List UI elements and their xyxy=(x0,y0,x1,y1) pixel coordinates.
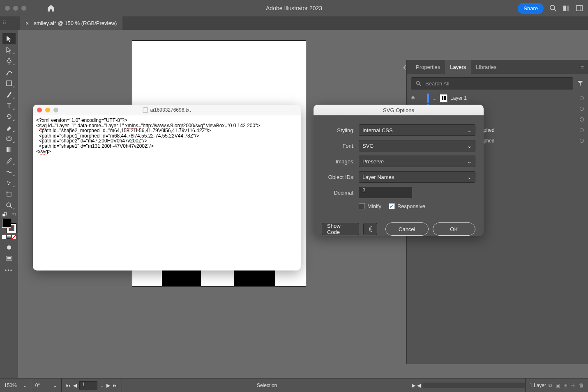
artboard-tool[interactable] xyxy=(2,188,16,199)
images-select[interactable]: Preserve⌄ xyxy=(359,156,475,167)
ok-button[interactable]: OK xyxy=(433,222,476,236)
zoom-tool[interactable] xyxy=(2,199,16,211)
selection-tool[interactable] xyxy=(2,33,16,44)
maximize-window-icon[interactable] xyxy=(53,108,58,112)
font-label: Font: xyxy=(322,143,355,149)
delete-icon[interactable]: 🗑 xyxy=(579,383,584,388)
svg-point-19 xyxy=(7,203,11,207)
svg-point-26 xyxy=(416,81,420,85)
default-fill-stroke-icon[interactable] xyxy=(2,212,7,217)
show-code-button[interactable]: Show Code xyxy=(322,223,359,235)
curvature-tool[interactable] xyxy=(2,66,16,78)
titlebar: Adobe Illustrator 2023 Share xyxy=(0,0,588,16)
expand-layer-icon[interactable]: ⌄ xyxy=(431,95,437,101)
svg-line-1 xyxy=(554,9,556,11)
scroll-left-icon[interactable]: ▶ xyxy=(412,383,415,388)
blend-tool[interactable] xyxy=(2,166,16,177)
minimize-window-icon[interactable] xyxy=(13,6,18,11)
collapse-panel-icon[interactable] xyxy=(403,65,406,71)
new-layer-icon[interactable]: 🞡 xyxy=(571,383,576,388)
screen-mode-icon[interactable] xyxy=(2,253,16,264)
type-tool[interactable]: T xyxy=(2,100,16,111)
svg-point-15 xyxy=(8,183,9,185)
draw-normal-icon[interactable] xyxy=(2,242,16,253)
none-mode-icon[interactable] xyxy=(12,235,16,239)
target-icon[interactable] xyxy=(580,139,584,143)
svg-rect-4 xyxy=(576,6,582,11)
rotate-select[interactable]: 0° ⌄ xyxy=(31,378,62,392)
filter-icon[interactable] xyxy=(576,80,584,87)
svg-point-23 xyxy=(7,245,11,250)
cancel-button[interactable]: Cancel xyxy=(385,222,429,236)
gradient-tool[interactable] xyxy=(2,144,16,155)
preview-in-browser-button[interactable] xyxy=(363,223,377,235)
first-page-icon[interactable]: ⏮ xyxy=(66,383,71,388)
locate-object-icon[interactable]: ⧉ xyxy=(549,383,552,388)
layer-row[interactable]: 👁 ⌄ Layer 1 xyxy=(407,93,588,103)
styling-select[interactable]: Internal CSS⌄ xyxy=(359,124,475,136)
panel-menu-icon[interactable]: ≡ xyxy=(581,64,584,70)
search-icon[interactable] xyxy=(549,5,557,12)
svg-point-0 xyxy=(550,5,555,10)
minify-checkbox[interactable] xyxy=(359,203,365,209)
gradient-mode-icon[interactable] xyxy=(7,235,11,239)
target-icon[interactable] xyxy=(580,107,584,111)
page-number-input[interactable]: 1 xyxy=(79,381,97,390)
responsive-checkbox[interactable] xyxy=(389,203,395,209)
close-tab-icon[interactable]: × xyxy=(25,20,29,27)
text-editor-titlebar[interactable]: ai16933276696.txt xyxy=(33,105,301,115)
edit-toolbar-icon[interactable]: ••• xyxy=(5,267,13,273)
draw-mode-row xyxy=(2,235,16,239)
tab-layers[interactable]: Layers xyxy=(445,60,471,74)
arrange-icon[interactable] xyxy=(563,5,570,12)
prev-page-icon[interactable]: ◀ xyxy=(73,383,77,388)
swap-fill-stroke-icon[interactable] xyxy=(11,212,16,217)
layer-search-input[interactable]: Search All xyxy=(411,77,573,89)
next-page-icon[interactable]: ▶ xyxy=(106,383,110,388)
layer-name[interactable]: Layer 1 xyxy=(450,95,577,101)
direct-selection-tool[interactable] xyxy=(2,44,16,55)
minimize-window-icon[interactable] xyxy=(45,108,50,112)
shape-builder-tool[interactable] xyxy=(2,133,16,144)
panel-grip-icon[interactable]: ⠿ xyxy=(2,20,7,26)
color-mode-icon[interactable] xyxy=(2,235,6,239)
eyedropper-tool[interactable] xyxy=(2,155,16,166)
text-editor-body[interactable]: <?xml version="1.0" encoding="UTF-8"?> <… xyxy=(33,115,301,156)
scroll-left-step-icon[interactable]: ◀ xyxy=(417,383,421,388)
rectangle-tool[interactable] xyxy=(2,78,16,89)
svg-point-6 xyxy=(6,74,7,75)
tab-libraries[interactable]: Libraries xyxy=(471,60,501,74)
new-sublayer-icon[interactable]: ⊞ xyxy=(563,383,567,388)
maximize-window-icon[interactable] xyxy=(21,6,26,11)
eraser-tool[interactable] xyxy=(2,122,16,133)
fill-swatch[interactable] xyxy=(2,219,11,228)
target-icon[interactable] xyxy=(580,117,584,121)
document-tab[interactable]: × smiley.ai* @ 150 % (RGB/Preview) xyxy=(20,16,122,30)
symbol-sprayer-tool[interactable] xyxy=(2,177,16,188)
target-icon[interactable] xyxy=(580,128,584,132)
fill-stroke-control[interactable] xyxy=(2,219,16,233)
close-window-icon[interactable] xyxy=(37,108,42,112)
home-icon[interactable] xyxy=(47,5,55,12)
visibility-toggle-icon[interactable]: 👁 xyxy=(409,95,417,101)
pen-tool[interactable] xyxy=(2,55,16,66)
horizontal-scrollbar[interactable] xyxy=(422,383,525,388)
target-icon[interactable] xyxy=(580,96,584,100)
close-window-icon[interactable] xyxy=(5,6,10,11)
layer-thumbnail xyxy=(440,94,448,102)
zoom-select[interactable]: 150% ⌄ xyxy=(0,378,31,392)
workspace-icon[interactable] xyxy=(576,5,583,12)
font-select[interactable]: SVG⌄ xyxy=(359,140,475,151)
svg-line-20 xyxy=(10,206,12,208)
dialog-title: SVG Options xyxy=(314,105,484,115)
paintbrush-tool[interactable] xyxy=(2,89,16,100)
tab-properties[interactable]: Properties xyxy=(411,60,445,74)
objectids-select[interactable]: Layer Names⌄ xyxy=(359,171,475,183)
globe-icon xyxy=(369,226,372,232)
images-label: Images: xyxy=(322,158,355,165)
last-page-icon[interactable]: ⏭ xyxy=(113,383,118,388)
decimal-input[interactable]: 2 xyxy=(359,187,412,198)
rotate-tool[interactable] xyxy=(2,111,16,122)
make-clipping-mask-icon[interactable]: ▣ xyxy=(556,383,560,388)
share-button[interactable]: Share xyxy=(518,3,544,14)
